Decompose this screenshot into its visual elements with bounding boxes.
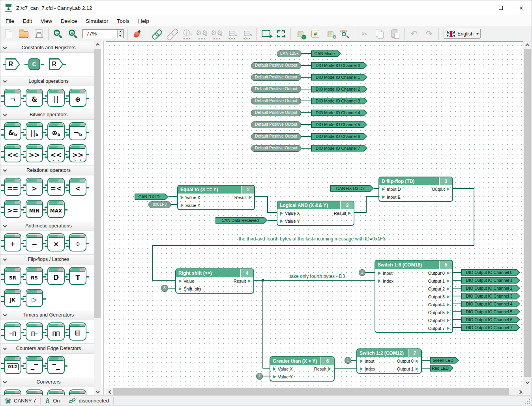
palette-item-[interactable]: ∏∏ — [47, 322, 65, 341]
new-file-button[interactable] — [2, 28, 16, 40]
menu-item-tools[interactable]: Tools — [112, 17, 134, 26]
erase-memory-button[interactable]: ▤✕ — [240, 28, 254, 40]
io-register-tag-dio-mode-io-channel-4[interactable]: DIO Mode IO Channel 4 — [311, 110, 367, 116]
debug-button[interactable] — [130, 28, 144, 40]
function-block-logical-and-x-y[interactable]: Logical AND (X && Y)2Value XValue YResul… — [277, 201, 354, 226]
io-register-tag-dio-mode-io-channel-2[interactable]: DIO Mode IO Channel 2 — [311, 86, 367, 93]
menu-item-device[interactable]: Device — [56, 17, 81, 26]
palette-item-max[interactable]: MAX — [47, 200, 65, 218]
save-file-button[interactable] — [32, 28, 46, 40]
search-binary-button[interactable]: 0101 — [338, 28, 352, 40]
function-block-greater-than-x-y[interactable]: Greater than (X > Y)6Value XValue YResul… — [270, 356, 335, 382]
scroll-up-button[interactable] — [94, 41, 101, 48]
scrollbar-thumb[interactable] — [113, 388, 509, 395]
copy-button[interactable] — [373, 28, 387, 40]
zoom-level-value[interactable]: 77% — [83, 31, 117, 37]
menu-item-file[interactable]: File — [1, 17, 19, 26]
device-info-button[interactable]: ⓘ↑ — [180, 28, 194, 40]
palette-register-output[interactable]: R — [47, 55, 65, 73]
palette-item-[interactable]: + — [4, 233, 21, 251]
menu-item-help[interactable]: Help — [134, 17, 154, 26]
io-register-tag-dio-output-io-channel-6[interactable]: DIO Output IO Channel 6 — [461, 317, 520, 323]
palette-item-[interactable]: ▔▁ — [47, 356, 65, 374]
palette-item-[interactable]: ¬ — [4, 89, 21, 107]
palette-item-[interactable]: 16◁ — [69, 389, 86, 395]
io-register-tag-green-led[interactable]: Green LED — [430, 357, 459, 364]
palette-item-[interactable]: & — [26, 89, 43, 107]
fit-to-screen-button[interactable] — [274, 28, 288, 40]
io-register-tag-dio-output-io-channel-3[interactable]: DIO Output IO Channel 3 — [461, 293, 520, 300]
scroll-up-button[interactable] — [523, 42, 532, 49]
io-register-tag-dio-output-io-channel-5[interactable]: DIO Output IO Channel 5 — [461, 309, 520, 315]
zoom-selection-button[interactable] — [51, 28, 65, 40]
undo-button[interactable]: ↶ — [407, 28, 421, 40]
palette-item-[interactable]: || — [47, 89, 65, 107]
constant-block[interactable]: Default Positive Output — [251, 110, 301, 116]
palette-item-rs[interactable]: RS — [26, 267, 43, 285]
scrollbar-thumb[interactable] — [524, 49, 531, 377]
palette-item-[interactable]: ÷ — [69, 233, 86, 251]
minimize-button[interactable] — [470, 0, 491, 15]
constant-block[interactable]: 8 — [161, 285, 168, 292]
palette-item-t[interactable]: T — [69, 267, 86, 285]
io-register-tag-dio-mode-io-channel-5[interactable]: DIO Mode IO Channel 5 — [311, 121, 367, 128]
io-register-tag-can-rx-d3-d2[interactable]: CAN RX D3:D2 — [330, 185, 374, 192]
comment-text[interactable]: the third and fourth bytes of the last i… — [239, 236, 386, 242]
write-config-button[interactable]: ⚙⚙↓ — [195, 28, 209, 40]
palette-item-[interactable]: ▷16 — [26, 389, 43, 395]
palette-item-[interactable]: >> — [69, 144, 86, 162]
palette-item-012[interactable]: 012 — [4, 356, 21, 374]
constant-block[interactable]: Default Positive Output — [251, 133, 301, 140]
sidebar-scrollbar[interactable] — [94, 41, 101, 395]
menu-item-edit[interactable]: Edit — [19, 17, 36, 26]
section-header-counters-and-edge-detectors[interactable]: Counters and Edge Detectors — [0, 343, 94, 354]
io-register-tag-dio-output-io-channel-2[interactable]: DIO Output IO Channel 2 — [461, 285, 520, 292]
cut-button[interactable]: ✂ — [358, 28, 372, 40]
constant-block[interactable]: 0x01F3 — [148, 201, 171, 208]
resize-grip[interactable] — [529, 403, 530, 404]
scroll-down-button[interactable] — [523, 379, 532, 386]
io-register-tag-dio-mode-io-channel-0[interactable]: DIO Mode IO Channel 0 — [311, 62, 367, 69]
verify-diagram-button[interactable]: ▦✓ — [293, 28, 307, 40]
io-register-tag-dio-mode-io-channel-7[interactable]: DIO Mode IO Channel 7 — [311, 145, 367, 152]
section-header-flip-flops-latches[interactable]: Flip-flops / Latches — [0, 254, 94, 264]
section-header-converters[interactable]: Converters — [0, 377, 94, 387]
connect-device-button[interactable] — [150, 28, 164, 40]
close-button[interactable]: ✕ — [511, 0, 532, 15]
palette-register-input[interactable]: R — [4, 55, 21, 73]
compile-diagram-button[interactable]: ▦⚙ — [323, 28, 337, 40]
disconnect-device-button[interactable] — [165, 28, 179, 40]
scroll-down-button[interactable] — [94, 388, 101, 395]
constant-block[interactable]: 1 — [345, 357, 351, 364]
io-register-tag-can-mode[interactable]: CAN Mode — [311, 50, 341, 57]
section-header-logical-operations[interactable]: Logical operations — [0, 76, 94, 86]
zoom-level-spinner[interactable]: 77% — [82, 29, 124, 38]
section-header-timers-and-generators[interactable]: Timers and Generators — [0, 310, 94, 320]
canvas-vscrollbar[interactable] — [523, 41, 532, 396]
constant-block[interactable]: Default Positive Output — [251, 62, 301, 69]
function-block-d-flip-flop-td[interactable]: D flip-flop (TD)3Input DInput EOutput — [378, 177, 453, 202]
io-register-tag-dio-mode-io-channel-6[interactable]: DIO Mode IO Channel 6 — [311, 133, 367, 140]
constant-block[interactable]: Default Positive Output — [251, 86, 301, 93]
erase-config-button[interactable]: ⚙⚙✕ — [210, 28, 224, 40]
palette-item-[interactable]: >> — [26, 144, 43, 162]
io-register-tag-dio-mode-io-channel-1[interactable]: DIO Mode IO Channel 1 — [311, 74, 367, 81]
open-file-button[interactable] — [17, 28, 31, 40]
section-header-arithmetic-operations[interactable]: Arithmetic operations — [0, 221, 94, 231]
palette-item-[interactable]: =< — [47, 178, 65, 196]
io-register-tag-dio-mode-io-channel-3[interactable]: DIO Mode IO Channel 3 — [311, 98, 367, 104]
function-block-switch-1-8-com18[interactable]: Switch 1:8 (COM18)5InputIndexOutput 0Out… — [375, 260, 453, 333]
io-register-tag-dio-output-io-channel-4[interactable]: DIO Output IO Channel 4 — [461, 301, 520, 307]
language-select[interactable]: English — [444, 29, 481, 39]
menu-item-simulator[interactable]: Simulator — [81, 17, 112, 26]
zoom-decrease-button[interactable] — [118, 34, 123, 38]
constant-block[interactable]: Default Positive Output — [251, 74, 301, 81]
palette-item-[interactable]: &b — [4, 122, 21, 140]
palette-item-[interactable]: ⚄ — [69, 322, 86, 341]
palette-item-[interactable]: == — [4, 178, 21, 196]
canvas-hscrollbar[interactable] — [106, 387, 524, 396]
constant-block[interactable]: Default Positive Output — [251, 98, 301, 104]
comment-text[interactable]: take only fourth bytes - D3 — [290, 274, 345, 279]
write-memory-button[interactable]: ▤↓ — [225, 28, 239, 40]
section-header-bitwise-operators[interactable]: Bitwise operators — [0, 110, 94, 120]
